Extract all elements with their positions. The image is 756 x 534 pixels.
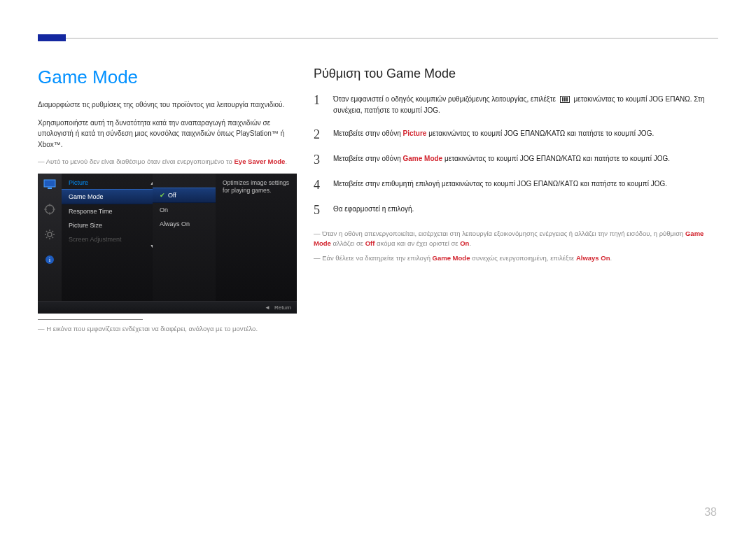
osd-window: i Picture Game Mode Response Time Pictur… [38, 174, 297, 314]
note-red: Eye Saver Mode [234, 157, 286, 165]
header-rule [38, 38, 718, 38]
osd-value-item[interactable]: On [153, 203, 216, 217]
return-label: Return [274, 304, 291, 311]
osd-menu-item: Screen Adjustment [62, 232, 153, 246]
section-title: Game Mode [38, 66, 297, 88]
svg-line-13 [52, 237, 54, 239]
osd-footer: ◄ Return [38, 301, 297, 314]
osd-value-item[interactable]: ✔Off [153, 188, 216, 203]
menu-glyph-icon [560, 96, 570, 103]
page-number: 38 [704, 506, 717, 519]
info-icon: i [43, 253, 56, 266]
caption-rule [38, 319, 143, 320]
right-column: Ρύθμιση του Game Mode 1 Όταν εμφανιστεί … [314, 66, 718, 335]
step-2: 2 Μεταβείτε στην οθόνη Picture μετακινών… [314, 128, 718, 141]
osd-menu-item[interactable]: Picture Size [62, 218, 153, 232]
right-note-1: ― Όταν η οθόνη απενεργοποιείται, εισέρχε… [314, 229, 718, 249]
gear-icon [43, 228, 56, 241]
osd-menu-item[interactable]: Game Mode [62, 189, 153, 204]
step-5: 5 Θα εφαρμοστεί η επιλογή. [314, 204, 718, 216]
step-number: 3 [314, 153, 325, 166]
osd-description: Optimizes image settings for playing gam… [216, 174, 297, 314]
left-footnote-1: ― Αυτό το μενού δεν είναι διαθέσιμο όταν… [38, 157, 297, 167]
left-column: Game Mode Διαμορφώστε τις ρυθμίσεις της … [38, 66, 297, 335]
step-number: 5 [314, 204, 325, 216]
step-4: 4 Μεταβείτε στην επιθυμητή επιλογή μετακ… [314, 178, 718, 191]
step-3: 3 Μεταβείτε στην οθόνη Game Mode μετακιν… [314, 153, 718, 166]
monitor-icon [43, 178, 56, 190]
step-number: 2 [314, 128, 325, 141]
svg-point-7 [48, 232, 52, 237]
osd-menu-title: Picture [62, 178, 153, 189]
notes-block: ― Όταν η οθόνη απενεργοποιείται, εισέρχε… [314, 229, 718, 263]
note-text: Αυτό το μενού δεν είναι διαθέσιμο όταν ε… [46, 157, 234, 165]
svg-rect-1 [48, 188, 52, 189]
intro-para-1: Διαμορφώστε τις ρυθμίσεις της οθόνης του… [38, 99, 297, 111]
osd-values: ✔Off On Always On [153, 174, 216, 314]
osd-menu: Picture Game Mode Response Time Picture … [62, 174, 153, 314]
target-icon [43, 203, 56, 216]
left-arrow-icon: ◄ [265, 304, 270, 311]
osd-menu-item[interactable]: Response Time [62, 204, 153, 218]
step-number: 1 [314, 94, 325, 115]
right-note-2: ― Εάν θέλετε να διατηρείτε την επιλογή G… [314, 253, 718, 263]
check-icon: ✔ [160, 192, 165, 199]
svg-line-12 [46, 231, 48, 232]
step-1: 1 Όταν εμφανιστεί ο οδηγός κουμπιών ρυθμ… [314, 94, 718, 115]
step-number: 4 [314, 178, 325, 191]
svg-line-14 [46, 237, 48, 239]
left-caption: ― Η εικόνα που εμφανίζεται ενδέχεται να … [38, 324, 297, 334]
svg-line-15 [52, 231, 54, 232]
svg-rect-0 [44, 180, 55, 187]
intro-para-2: Χρησιμοποιήστε αυτή τη δυνατότητα κατά τ… [38, 118, 297, 150]
osd-sidebar: i [38, 174, 62, 314]
subsection-title: Ρύθμιση του Game Mode [314, 66, 718, 81]
osd-value-item[interactable]: Always On [153, 217, 216, 231]
